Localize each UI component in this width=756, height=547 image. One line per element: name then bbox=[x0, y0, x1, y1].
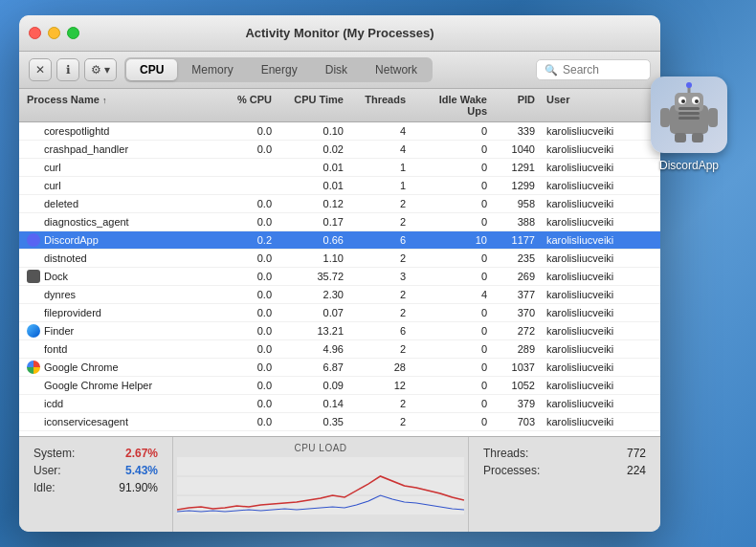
maximize-button[interactable] bbox=[67, 27, 79, 39]
cell-user: karolisliucveiki bbox=[541, 160, 636, 175]
cell-cpu bbox=[211, 184, 278, 187]
finder-icon bbox=[27, 324, 40, 338]
table-header: Process Name ↑ % CPU CPU Time Threads Id… bbox=[19, 89, 660, 122]
empty-icon bbox=[27, 397, 40, 410]
discord-app-icon[interactable] bbox=[651, 77, 727, 153]
process-name: DiscordApp bbox=[44, 234, 99, 246]
header-pid[interactable]: PID bbox=[493, 92, 541, 119]
cell-cputime: 0.14 bbox=[278, 396, 349, 411]
process-name: curl bbox=[44, 162, 61, 173]
cell-pid: 1299 bbox=[493, 178, 541, 193]
sort-arrow-process: ↑ bbox=[102, 96, 107, 105]
idle-label: Idle: bbox=[33, 481, 56, 494]
table-row[interactable]: iconservicesagent 0.0 0.35 2 0 703 karol… bbox=[19, 413, 660, 431]
table-row[interactable]: corespotlightd 0.0 0.10 4 0 339 karolisl… bbox=[19, 122, 660, 141]
table-row[interactable]: deleted 0.0 0.12 2 0 958 karolisliucveik… bbox=[19, 195, 660, 213]
tab-network[interactable]: Network bbox=[362, 59, 431, 80]
process-name: Google Chrome bbox=[44, 361, 119, 373]
table-row[interactable]: Dock 0.0 35.72 3 0 269 karolisliucveiki bbox=[19, 268, 660, 286]
close-icon[interactable]: ✕ bbox=[29, 58, 52, 81]
cell-pid: 388 bbox=[493, 214, 541, 230]
table-row[interactable]: curl 0.01 1 0 1291 karolisliucveiki bbox=[19, 159, 660, 177]
desktop-icon[interactable]: DiscordApp bbox=[651, 77, 727, 172]
cell-process: fontd bbox=[19, 340, 211, 358]
cell-idle: 0 bbox=[411, 196, 493, 211]
svg-rect-13 bbox=[708, 108, 718, 127]
search-input[interactable] bbox=[563, 63, 649, 77]
table-row[interactable]: icdd 0.0 0.14 2 0 379 karolisliucveiki bbox=[19, 395, 660, 413]
svg-rect-12 bbox=[660, 108, 670, 127]
table-row[interactable]: dynres 0.0 2.30 2 4 377 karolisliucveiki bbox=[19, 286, 660, 304]
table-row[interactable]: DiscordApp 0.2 0.66 6 10 1177 karolisliu… bbox=[19, 231, 660, 250]
svg-rect-10 bbox=[678, 112, 700, 115]
process-name: dynres bbox=[44, 289, 76, 300]
cell-cpu: 0.0 bbox=[211, 341, 278, 357]
svg-point-7 bbox=[681, 99, 685, 103]
gear-icon[interactable]: ⚙ ▾ bbox=[84, 58, 117, 81]
table-row[interactable]: crashpad_handler 0.0 0.02 4 0 1040 karol… bbox=[19, 141, 660, 159]
table-row[interactable]: Google Chrome Helper 0.0 0.09 12 0 1052 … bbox=[19, 377, 660, 395]
header-idle[interactable]: Idle Wake Ups bbox=[411, 92, 493, 119]
tab-memory[interactable]: Memory bbox=[178, 59, 246, 80]
process-name: Dock bbox=[44, 271, 68, 282]
table-row[interactable]: Finder 0.0 13.21 6 0 272 karolisliucveik… bbox=[19, 322, 660, 340]
table-row[interactable]: fileproviderd 0.0 0.07 2 0 370 karolisli… bbox=[19, 304, 660, 322]
table-body[interactable]: corespotlightd 0.0 0.10 4 0 339 karolisl… bbox=[19, 122, 660, 436]
header-cpu[interactable]: % CPU bbox=[211, 92, 278, 119]
discord-bot-svg bbox=[656, 81, 723, 148]
cell-threads: 1 bbox=[349, 160, 411, 175]
svg-point-8 bbox=[695, 99, 699, 103]
tab-cpu[interactable]: CPU bbox=[126, 59, 177, 80]
traffic-lights bbox=[29, 27, 79, 39]
cell-cputime: 0.35 bbox=[278, 414, 349, 429]
empty-icon bbox=[27, 288, 40, 301]
table-row[interactable]: Google Chrome 0.0 6.87 28 0 1037 karolis… bbox=[19, 359, 660, 377]
cell-user: karolisliucveiki bbox=[541, 396, 636, 411]
tab-energy[interactable]: Energy bbox=[248, 59, 311, 80]
cell-cputime: 0.09 bbox=[278, 378, 349, 393]
minimize-button[interactable] bbox=[48, 27, 60, 39]
cell-threads: 6 bbox=[349, 232, 411, 248]
empty-icon bbox=[27, 161, 40, 174]
discord-icon bbox=[27, 233, 40, 247]
cell-user: karolisliucveiki bbox=[541, 251, 636, 266]
table-row[interactable]: distnoted 0.0 1.10 2 0 235 karolisliucve… bbox=[19, 250, 660, 268]
header-process[interactable]: Process Name ↑ bbox=[19, 92, 211, 119]
cell-process: Google Chrome Helper bbox=[19, 377, 211, 394]
table-row[interactable]: diagnostics_agent 0.0 0.17 2 0 388 karol… bbox=[19, 213, 660, 231]
cell-cpu bbox=[211, 165, 278, 169]
cell-pid: 1052 bbox=[493, 378, 541, 393]
cell-cputime: 0.01 bbox=[278, 178, 349, 193]
header-cputime[interactable]: CPU Time bbox=[278, 92, 349, 119]
cell-threads: 3 bbox=[349, 269, 411, 284]
cpu-chart bbox=[173, 453, 468, 532]
close-button[interactable] bbox=[29, 27, 41, 39]
cell-pid: 339 bbox=[493, 123, 541, 139]
empty-icon bbox=[27, 142, 40, 156]
cell-cputime: 35.72 bbox=[278, 269, 349, 284]
footer-stats: System: 2.67% User: 5.43% Idle: 91.90% bbox=[19, 437, 172, 532]
info-icon[interactable]: ℹ bbox=[56, 58, 79, 81]
cell-threads: 2 bbox=[349, 305, 411, 320]
cell-cpu: 0.0 bbox=[211, 378, 278, 393]
cell-idle: 4 bbox=[411, 287, 493, 302]
footer-threads-info: Threads: 772 Processes: 224 bbox=[469, 437, 660, 532]
cell-idle: 0 bbox=[411, 123, 493, 139]
footer: System: 2.67% User: 5.43% Idle: 91.90% C… bbox=[19, 436, 660, 532]
tab-disk[interactable]: Disk bbox=[312, 59, 361, 80]
svg-rect-17 bbox=[692, 133, 703, 142]
cell-idle: 0 bbox=[411, 178, 493, 193]
cell-process: curl bbox=[19, 177, 211, 194]
cell-cputime: 13.21 bbox=[278, 323, 349, 339]
cell-user: karolisliucveiki bbox=[541, 323, 636, 339]
table-row[interactable]: fontd 0.0 4.96 2 0 289 karolisliucveiki bbox=[19, 340, 660, 359]
table-row[interactable]: curl 0.01 1 0 1299 karolisliucveiki bbox=[19, 177, 660, 195]
process-name: deleted bbox=[44, 198, 78, 209]
header-threads[interactable]: Threads bbox=[349, 92, 411, 119]
search-box[interactable]: 🔍 bbox=[536, 59, 651, 80]
cell-process: icdd bbox=[19, 395, 211, 412]
header-user[interactable]: User bbox=[541, 92, 636, 119]
empty-icon bbox=[27, 179, 40, 192]
svg-rect-0 bbox=[177, 457, 464, 514]
empty-icon bbox=[27, 342, 40, 356]
